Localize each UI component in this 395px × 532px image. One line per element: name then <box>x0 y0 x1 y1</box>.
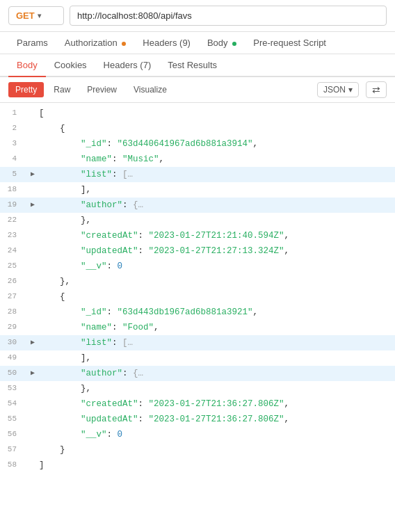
json-line: 55 "updatedAt": "2023-01-27T21:36:27.806… <box>0 412 395 427</box>
json-line: 23 "createdAt": "2023-01-27T21:21:40.594… <box>0 228 395 243</box>
tab-headers[interactable]: Headers (9) <box>134 32 199 54</box>
line-number: 54 <box>6 398 28 410</box>
line-number: 50 <box>6 367 28 380</box>
line-number: 24 <box>6 245 28 257</box>
json-line: 28 "_id": "63d443db1967ad6b881a3921", <box>0 305 395 320</box>
top-bar: GET ▾ <box>0 0 395 32</box>
json-line: 19▶ "author": {… <box>0 198 395 213</box>
json-line: 49 ], <box>0 350 395 366</box>
tab-body[interactable]: Body <box>199 32 245 54</box>
json-line: 27 { <box>0 289 395 305</box>
line-number: 1 <box>6 107 28 120</box>
collapse-toggle[interactable]: ▶ <box>28 200 38 210</box>
json-line: 5▶ "list": [… <box>0 167 395 182</box>
line-number: 28 <box>6 306 28 319</box>
format-raw[interactable]: Raw <box>47 82 77 97</box>
format-pretty[interactable]: Pretty <box>8 82 44 97</box>
json-line: 22 }, <box>0 213 395 228</box>
collapse-toggle[interactable]: ▶ <box>28 338 38 348</box>
tab-test-results[interactable]: Test Results <box>159 54 225 76</box>
method-select[interactable]: GET ▾ <box>8 6 64 25</box>
format-bar: Pretty Raw Preview Visualize JSON ▾ ⇄ <box>0 77 395 103</box>
line-number: 26 <box>6 275 28 288</box>
method-chevron: ▾ <box>38 12 41 19</box>
json-line: 50▶ "author": {… <box>0 366 395 381</box>
line-number: 49 <box>6 352 28 364</box>
line-number: 22 <box>6 214 28 227</box>
line-number: 30 <box>6 337 28 349</box>
line-number: 56 <box>6 428 28 441</box>
line-number: 55 <box>6 413 28 426</box>
line-number: 27 <box>6 291 28 303</box>
json-line: 56 "__v": 0 <box>0 427 395 442</box>
json-line: 24 "updatedAt": "2023-01-27T21:27:13.324… <box>0 243 395 259</box>
tab-response-headers[interactable]: Headers (7) <box>95 54 160 76</box>
line-number: 4 <box>6 153 28 166</box>
json-line: 4 "name": "Music", <box>0 152 395 167</box>
collapse-toggle[interactable]: ▶ <box>28 170 38 179</box>
format-type-label: JSON <box>323 85 346 95</box>
line-number: 57 <box>6 444 28 456</box>
json-line: 53 }, <box>0 381 395 396</box>
format-chevron-icon: ▾ <box>348 85 353 95</box>
request-tabs: Params Authorization Headers (9) Body Pr… <box>0 32 395 54</box>
json-line: 54 "createdAt": "2023-01-27T21:36:27.806… <box>0 396 395 412</box>
method-label: GET <box>16 10 35 21</box>
json-line: 18 ], <box>0 182 395 198</box>
format-visualize[interactable]: Visualize <box>127 82 174 97</box>
url-input[interactable] <box>70 6 387 26</box>
body-dot <box>232 42 236 46</box>
json-line: 30▶ "list": [… <box>0 335 395 350</box>
json-line: 2 { <box>0 121 395 136</box>
line-number: 58 <box>6 459 28 471</box>
tab-params[interactable]: Params <box>8 32 56 54</box>
tab-response-body[interactable]: Body <box>8 54 46 77</box>
collapse-toggle[interactable]: ▶ <box>28 369 38 378</box>
json-line: 29 "name": "Food", <box>0 320 395 335</box>
json-line: 1[ <box>0 106 395 121</box>
format-preview[interactable]: Preview <box>80 82 124 97</box>
format-type-selector[interactable]: JSON ▾ <box>317 82 359 97</box>
json-line: 25 "__v": 0 <box>0 259 395 274</box>
wrap-button[interactable]: ⇄ <box>366 81 387 98</box>
line-number: 2 <box>6 122 28 135</box>
tab-authorization[interactable]: Authorization <box>56 32 135 54</box>
line-number: 53 <box>6 382 28 395</box>
json-line: 57 } <box>0 442 395 458</box>
tab-cookies[interactable]: Cookies <box>46 54 95 76</box>
tab-pre-request[interactable]: Pre-request Script <box>245 32 334 54</box>
line-number: 29 <box>6 321 28 334</box>
json-line: 3 "_id": "63d440641967ad6b881a3914", <box>0 136 395 152</box>
line-number: 18 <box>6 184 28 196</box>
authorization-dot <box>122 42 126 46</box>
response-tabs: Body Cookies Headers (7) Test Results <box>0 54 395 77</box>
line-number: 23 <box>6 229 28 242</box>
line-number: 19 <box>6 199 28 211</box>
json-line: 26 }, <box>0 274 395 289</box>
line-number: 25 <box>6 260 28 273</box>
line-number: 5 <box>6 168 28 181</box>
json-line: 58] <box>0 458 395 473</box>
json-viewer: 1[2 {3 "_id": "63d440641967ad6b881a3914"… <box>0 103 395 476</box>
line-number: 3 <box>6 138 28 150</box>
